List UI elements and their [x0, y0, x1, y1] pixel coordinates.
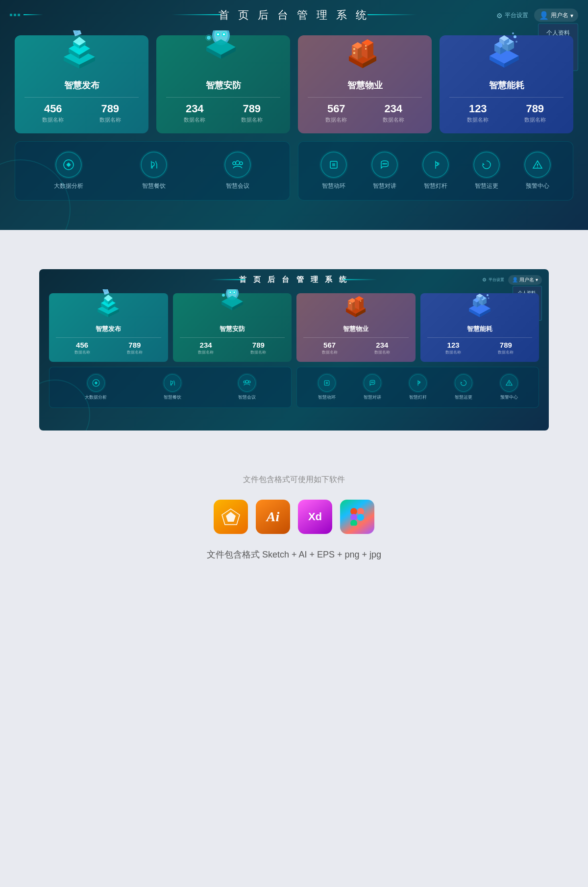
preview-icon-alert[interactable]: 预警中心 — [500, 374, 518, 401]
card-1-title: 智慧发布 — [24, 79, 139, 91]
user-name-label: 用户名 — [551, 11, 568, 20]
dashboard-main: 首 页 后 台 管 理 系 统 ⚙ 平台设置 👤 用户名 ▾ 个人资料 修改密码… — [0, 0, 588, 230]
warning-icon-circle — [524, 152, 551, 178]
stat-label: 数据名称 — [241, 116, 263, 124]
platform-setting-btn[interactable]: ⚙ 平台设置 — [496, 11, 528, 20]
stat-value: 789 — [99, 102, 121, 115]
icon-warning[interactable]: 预警中心 — [524, 152, 551, 190]
preview-card-2: 智慧安防 234 数据名称 789 数据名称 — [173, 293, 292, 362]
preview-cards-row: 智慧发布 456 数据名称 789 数据名称 — [49, 293, 539, 362]
preview-stat-label: 数据名称 — [198, 350, 214, 355]
illustrator-icon: Ai — [256, 500, 290, 534]
preview-card-4-title: 智慧能耗 — [427, 325, 533, 333]
icon-dining[interactable]: 智慧餐饮 — [141, 152, 167, 190]
page-title: 首 页 后 台 管 理 系 统 — [219, 8, 370, 23]
svg-point-118 — [248, 381, 250, 383]
stat-label: 数据名称 — [325, 116, 347, 124]
card-4-title: 智慧能耗 — [449, 79, 564, 91]
preview-card-1-title: 智慧发布 — [56, 325, 161, 333]
preview-page-title: 首 页 后 台 管 理 系 统 — [239, 275, 349, 284]
preview-platform-setting[interactable]: ⚙ 平台设置 — [482, 277, 504, 282]
svg-point-122 — [371, 382, 372, 383]
preview-stat: 123 数据名称 — [445, 341, 461, 355]
preview-icon-bigdata[interactable]: 大数据分析 — [85, 374, 107, 401]
file-info-title: 文件包含格式可使用如下软件 — [10, 475, 578, 485]
intercom-label: 智慧对讲 — [373, 182, 396, 190]
lamppost-label: 智慧灯杆 — [424, 182, 447, 190]
svg-point-125 — [418, 381, 420, 383]
icon-lamppost[interactable]: 智慧灯杆 — [422, 152, 449, 190]
preview-icon-dining[interactable]: 智慧餐饮 — [164, 374, 181, 401]
stat-value: 234 — [383, 102, 404, 115]
svg-rect-34 — [353, 52, 355, 54]
preview-card-4-stats: 123 数据名称 789 数据名称 — [427, 337, 533, 355]
preview-stat: 789 数据名称 — [250, 341, 266, 355]
header-right: ⚙ 平台设置 👤 用户名 ▾ 个人资料 修改密码 退出登录 — [496, 9, 578, 22]
card-4-icon-area — [482, 30, 531, 79]
preview-stat-label: 数据名称 — [127, 350, 143, 355]
meeting-icon — [231, 158, 244, 171]
icon-bigdata[interactable]: 大数据分析 — [54, 152, 83, 190]
svg-point-55 — [233, 162, 236, 165]
icon-environment[interactable]: 智慧动环 — [320, 152, 347, 190]
stat-value: 234 — [184, 102, 205, 115]
preview-stat-label: 数据名称 — [250, 350, 266, 355]
svg-marker-64 — [483, 163, 485, 165]
icon-intercom[interactable]: 智慧对讲 — [371, 152, 398, 190]
preview-publish-icon — [93, 289, 123, 320]
icon-meeting[interactable]: 智慧会议 — [224, 152, 251, 190]
xd-icon: Xd — [298, 500, 332, 534]
preview-card-1-icon — [93, 289, 123, 322]
preview-card-2-title: 智慧安防 — [180, 325, 285, 333]
preview-stat: 456 数据名称 — [74, 341, 90, 355]
preview-stat-value: 567 — [322, 341, 338, 349]
card-3-title: 智慧物业 — [308, 79, 422, 91]
preview-icon-intercom[interactable]: 智慧对讲 — [364, 374, 381, 401]
card-3-stat-2: 234 数据名称 — [383, 102, 404, 124]
preview-icon-env[interactable]: 智慧动环 — [318, 374, 336, 401]
card-4-stats: 123 数据名称 789 数据名称 — [449, 97, 564, 124]
environment-label: 智慧动环 — [322, 182, 345, 190]
user-menu-btn[interactable]: 👤 用户名 ▾ — [534, 9, 578, 22]
preview-intercom-circle — [364, 374, 381, 392]
card-4-stat-2: 789 数据名称 — [524, 102, 546, 124]
preview-stat-label: 数据名称 — [445, 350, 461, 355]
preview-card-3: 智慧物业 567 数据名称 234 数据名称 — [296, 293, 416, 362]
icon-operation[interactable]: 智慧运更 — [473, 152, 500, 190]
preview-icon-lamp[interactable]: 智慧灯杆 — [409, 374, 427, 401]
preview-security-icon — [217, 289, 247, 320]
card-2-title: 智慧安防 — [166, 79, 280, 91]
stat-value: 789 — [241, 102, 263, 115]
svg-point-123 — [373, 382, 374, 383]
dashboard-preview-container: 首 页 后 台 管 理 系 统 ⚙ 平台设置 👤 用户名 ▾ 个人资料 修改密码 — [0, 259, 588, 450]
card-smart-publish: 智慧发布 456 数据名称 789 数据名称 — [15, 35, 148, 133]
svg-rect-36 — [365, 48, 367, 50]
stat-label: 数据名称 — [99, 116, 121, 124]
preview-user-name: 用户名 — [519, 277, 534, 283]
main-content: 智慧发布 456 数据名称 789 数据名称 — [0, 30, 588, 210]
preview-main-content: 智慧发布 456 数据名称 789 数据名称 — [39, 290, 549, 416]
lamppost-icon — [429, 158, 442, 171]
card-1-stat-2: 789 数据名称 — [99, 102, 121, 124]
dining-icon-circle — [141, 152, 167, 178]
svg-point-50 — [515, 41, 517, 43]
preview-bigdata-icon — [92, 379, 100, 387]
ai-label: Ai — [267, 509, 279, 525]
card-1-stats: 456 数据名称 789 数据名称 — [24, 97, 139, 124]
bigdata-icon — [62, 158, 75, 171]
bigdata-icon-circle — [55, 152, 82, 178]
preview-stat: 234 数据名称 — [198, 341, 214, 355]
preview-icon-ops[interactable]: 智慧运更 — [455, 374, 472, 401]
preview-stat-value: 234 — [198, 341, 214, 349]
stat-label: 数据名称 — [383, 116, 404, 124]
main-header: 首 页 后 台 管 理 系 统 ⚙ 平台设置 👤 用户名 ▾ 个人资料 修改密码… — [0, 0, 588, 30]
preview-intercom-icon — [368, 379, 377, 387]
card-2-stat-1: 234 数据名称 — [184, 102, 205, 124]
preview-meeting-icon — [243, 379, 251, 387]
file-formats-label: 文件包含格式 Sketch + AI + EPS + png + jpg — [10, 549, 578, 560]
preview-icon-meeting[interactable]: 智慧会议 — [238, 374, 256, 401]
preview-user-btn[interactable]: 👤 用户名 ▾ — [508, 275, 542, 285]
operation-label: 智慧运更 — [475, 182, 498, 190]
environment-icon-circle — [320, 152, 347, 178]
svg-rect-132 — [350, 508, 357, 515]
